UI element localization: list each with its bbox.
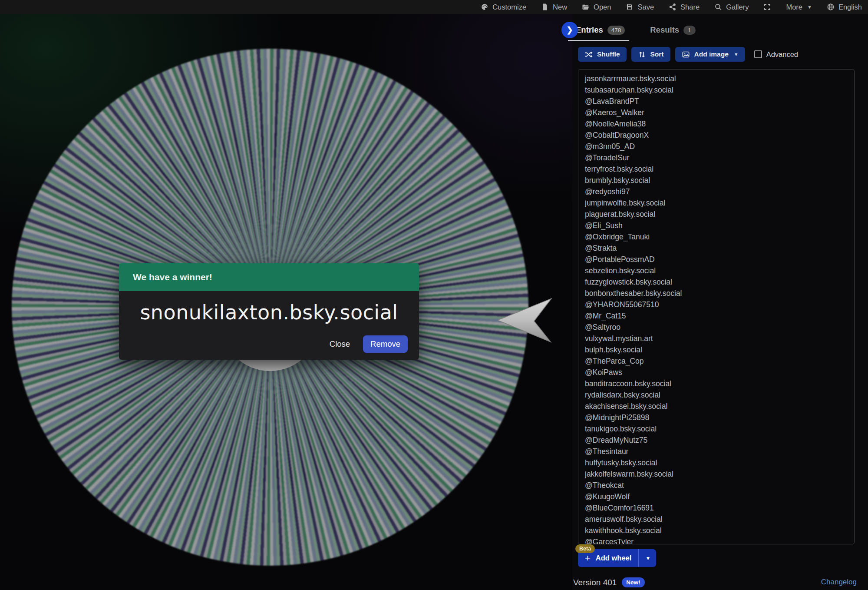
entry-item[interactable]: @MidnightPi25898 bbox=[585, 412, 854, 423]
entry-item[interactable]: kawithhook.bsky.social bbox=[585, 525, 854, 536]
entry-item[interactable]: @NoelleAmelia38 bbox=[585, 118, 854, 129]
entry-item[interactable]: tanukigoo.bsky.social bbox=[585, 423, 854, 434]
top-toolbar: Customize New Open Save Share Gallery bbox=[0, 0, 868, 14]
entry-item[interactable]: jasonkarrmauer.bsky.social bbox=[585, 73, 854, 84]
share-button[interactable]: Share bbox=[669, 3, 700, 11]
entry-item[interactable]: plaguerat.bsky.social bbox=[585, 209, 854, 220]
new-button[interactable]: New bbox=[541, 3, 567, 11]
entry-item[interactable]: brumbly.bsky.social bbox=[585, 175, 854, 186]
shuffle-icon bbox=[584, 50, 593, 59]
language-label: English bbox=[838, 3, 862, 11]
tab-entries[interactable]: Entries 478 bbox=[574, 23, 627, 41]
winner-name: snonukilaxton.bsky.social bbox=[130, 301, 408, 324]
gallery-button[interactable]: Gallery bbox=[714, 3, 749, 11]
entry-item[interactable]: @Saltyroo bbox=[585, 322, 854, 333]
winner-dialog-body: snonukilaxton.bsky.social Close Remove bbox=[119, 291, 419, 360]
save-icon bbox=[626, 3, 634, 11]
entry-item[interactable]: @LavaBrandPT bbox=[585, 96, 854, 107]
entry-item[interactable]: bonbonxthesaber.bsky.social bbox=[585, 288, 854, 299]
image-icon bbox=[682, 50, 690, 59]
entry-item[interactable]: terryfrost.bsky.social bbox=[585, 163, 854, 175]
advanced-checkbox[interactable]: Advanced bbox=[754, 50, 798, 59]
entry-item[interactable]: @Mr_Cat15 bbox=[585, 310, 854, 322]
entry-item[interactable]: @CobaltDragoonX bbox=[585, 129, 854, 141]
more-menu-button[interactable]: More ▼ bbox=[786, 3, 812, 11]
entry-item[interactable]: bulph.bsky.social bbox=[585, 344, 854, 355]
entry-item[interactable]: @Thesintaur bbox=[585, 446, 854, 457]
entry-item[interactable]: @TheParca_Cop bbox=[585, 355, 854, 367]
entry-item[interactable]: @Strakta bbox=[585, 242, 854, 254]
save-label: Save bbox=[637, 3, 654, 11]
entry-item[interactable]: @KoiPaws bbox=[585, 367, 854, 378]
entry-item[interactable]: @m3nn05_AD bbox=[585, 141, 854, 152]
open-label: Open bbox=[594, 3, 611, 11]
entry-item[interactable]: banditraccoon.bsky.social bbox=[585, 378, 854, 389]
shuffle-button[interactable]: Shuffle bbox=[578, 47, 627, 62]
winner-dialog-title: We have a winner! bbox=[133, 272, 212, 282]
entry-item[interactable]: vulxywal.mystian.art bbox=[585, 333, 854, 344]
search-icon bbox=[714, 3, 722, 11]
entry-item[interactable]: rydalisdarx.bsky.social bbox=[585, 389, 854, 401]
gallery-label: Gallery bbox=[726, 3, 749, 11]
customize-button[interactable]: Customize bbox=[481, 3, 526, 11]
new-label: New bbox=[553, 3, 567, 11]
entry-item[interactable]: @GarcesTyler bbox=[585, 536, 854, 544]
wheel-area: We have a winner! snonukilaxton.bsky.soc… bbox=[0, 14, 572, 590]
sidebar-tabs: Entries 478 Results 1 bbox=[574, 23, 697, 41]
winner-dialog-header: We have a winner! bbox=[119, 263, 419, 291]
beta-badge: Beta bbox=[575, 544, 595, 553]
entry-item[interactable]: akachisensei.bsky.social bbox=[585, 401, 854, 412]
sidebar: ❯ Entries 478 Results 1 Shuffle Sort bbox=[572, 14, 868, 590]
chevron-down-icon[interactable]: ▼ bbox=[640, 555, 656, 561]
entry-item[interactable]: jumpinwolfie.bsky.social bbox=[585, 197, 854, 209]
entry-item[interactable]: @PortablePossmAD bbox=[585, 254, 854, 265]
entry-item[interactable]: @redyoshi97 bbox=[585, 186, 854, 197]
new-file-icon bbox=[541, 3, 549, 11]
palette-icon bbox=[481, 3, 488, 11]
share-icon bbox=[669, 3, 677, 11]
entry-item[interactable]: ameruswolf.bsky.social bbox=[585, 514, 854, 525]
remove-button[interactable]: Remove bbox=[363, 335, 408, 353]
fullscreen-icon bbox=[763, 3, 771, 11]
sort-button[interactable]: Sort bbox=[631, 47, 670, 62]
entry-item[interactable]: tsubasaruchan.bsky.social bbox=[585, 84, 854, 96]
globe-icon bbox=[827, 3, 835, 11]
chevron-right-icon: ❯ bbox=[566, 25, 573, 35]
entry-item[interactable]: @DreadMyNutz75 bbox=[585, 434, 854, 446]
fullscreen-button[interactable] bbox=[763, 3, 771, 11]
share-label: Share bbox=[680, 3, 700, 11]
changelog-link[interactable]: Changelog bbox=[821, 578, 857, 587]
entry-item[interactable]: @KuugoWolf bbox=[585, 491, 854, 502]
tab-results[interactable]: Results 1 bbox=[648, 23, 697, 41]
language-button[interactable]: English bbox=[827, 3, 862, 11]
more-label: More bbox=[786, 3, 802, 11]
entries-list[interactable]: jasonkarrmauer.bsky.social tsubasaruchan… bbox=[578, 69, 855, 544]
entry-item[interactable]: @Oxbridge_Tanuki bbox=[585, 231, 854, 242]
chevron-down-icon: ▼ bbox=[734, 52, 739, 57]
sort-icon bbox=[638, 50, 646, 59]
version-text: Version 401 bbox=[573, 578, 617, 587]
entry-item[interactable]: huffytusky.bsky.social bbox=[585, 457, 854, 468]
close-button[interactable]: Close bbox=[330, 339, 350, 349]
version-row: Version 401 New! bbox=[573, 577, 645, 587]
entry-item[interactable]: @Eli_Sush bbox=[585, 220, 854, 231]
add-wheel-container: Beta + Add wheel ▼ bbox=[578, 549, 656, 567]
new-badge: New! bbox=[622, 577, 644, 587]
entry-item[interactable]: @BlueComfor16691 bbox=[585, 502, 854, 514]
open-button[interactable]: Open bbox=[582, 3, 611, 11]
wheel-pointer-icon bbox=[498, 298, 553, 343]
entry-item[interactable]: @Kaeros_Walker bbox=[585, 107, 854, 118]
button-divider bbox=[638, 549, 639, 567]
customize-label: Customize bbox=[492, 3, 526, 11]
entry-item[interactable]: jakkolfelswarm.bsky.social bbox=[585, 468, 854, 480]
entry-item[interactable]: sebzelion.bsky.social bbox=[585, 265, 854, 276]
entry-item[interactable]: @YHARON55067510 bbox=[585, 299, 854, 310]
entry-item[interactable]: fuzzyglowstick.bsky.social bbox=[585, 276, 854, 288]
entry-item[interactable]: @Theokcat bbox=[585, 480, 854, 491]
save-button[interactable]: Save bbox=[626, 3, 654, 11]
plus-icon: + bbox=[585, 553, 591, 564]
collapse-sidebar-button[interactable]: ❯ bbox=[561, 22, 578, 38]
chevron-down-icon: ▼ bbox=[807, 4, 812, 10]
add-image-button[interactable]: Add image ▼ bbox=[675, 47, 745, 62]
entry-item[interactable]: @ToradelSur bbox=[585, 152, 854, 163]
